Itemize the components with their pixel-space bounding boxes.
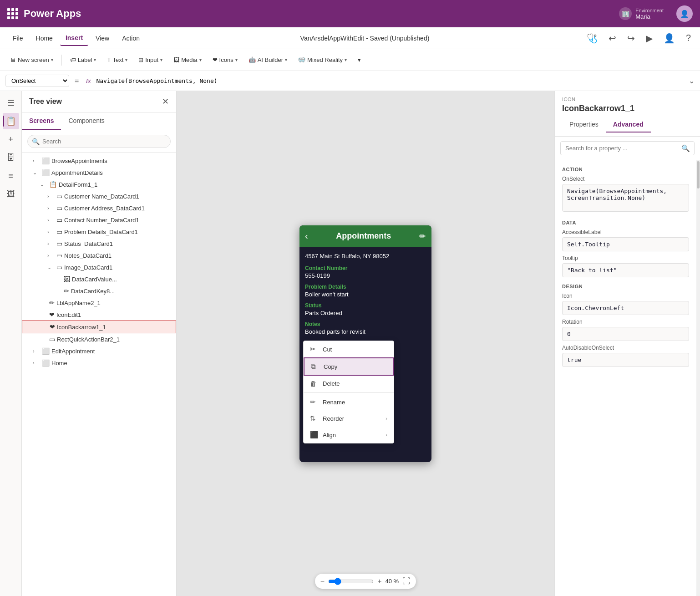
tree-item-browse[interactable]: › ⬜ BrowseAppointments (22, 155, 176, 167)
fullscreen-button[interactable]: ⛶ (402, 576, 411, 586)
tree-item-label: BrowseAppointments (51, 158, 107, 164)
tab-screens[interactable]: Screens (22, 112, 61, 130)
tab-components[interactable]: Components (61, 112, 112, 130)
ctx-delete[interactable]: 🗑 Delete (304, 376, 394, 392)
tree-item-iconbackarrow[interactable]: › ❤ IconBackarrow1_1 (22, 321, 176, 333)
mixed-reality-button[interactable]: 🥽 Mixed Reality ▾ (294, 54, 351, 66)
tree-item-image-card[interactable]: ⌄ ▭ Image_DataCard1 (22, 261, 176, 273)
undo-icon[interactable]: ↩ (607, 31, 618, 46)
scrollbar-thumb (697, 161, 700, 188)
search-input[interactable] (27, 135, 171, 148)
prop-label-accessible: AccessibleLabel (562, 229, 689, 235)
tree-item-label: IconBackarrow1_1 (57, 324, 106, 331)
tree-tabs: Screens Components (22, 112, 176, 130)
app-title: Power Apps (24, 8, 81, 20)
sidebar-data[interactable]: 🗄 (3, 149, 19, 166)
menu-action[interactable]: Action (117, 31, 145, 46)
icons-label: Icons (219, 56, 233, 63)
label-button[interactable]: 🏷 Label ▾ (66, 54, 101, 66)
icons-button[interactable]: ❤ Icons ▾ (208, 54, 242, 66)
health-icon[interactable]: 🩺 (584, 31, 599, 46)
prop-input-accessible[interactable] (562, 237, 689, 251)
ai-builder-button[interactable]: 🤖 AI Builder ▾ (244, 54, 292, 66)
text-label: Text (112, 56, 123, 63)
tree-close-button[interactable]: ✕ (162, 97, 169, 107)
more-icon: ▾ (358, 56, 361, 63)
tree-item-customer-name[interactable]: › ▭ Customer Name_DataCard1 (22, 190, 176, 202)
waffle-icon[interactable] (7, 8, 18, 19)
formula-input[interactable] (96, 77, 685, 84)
sidebar-treeview[interactable]: 📋 (3, 113, 19, 129)
tree-item-customer-address[interactable]: › ▭ Customer Address_DataCard1 (22, 202, 176, 214)
menu-insert[interactable]: Insert (60, 31, 88, 46)
text-chevron: ▾ (125, 57, 127, 62)
new-screen-chevron: ▾ (51, 57, 53, 62)
prop-input-icon[interactable] (562, 301, 689, 315)
sidebar-variables[interactable]: ≡ (3, 168, 19, 184)
tab-properties[interactable]: Properties (562, 117, 606, 132)
ctx-align[interactable]: ⬛ Align › (304, 427, 394, 443)
tree-item-lblappname[interactable]: › ✏ LblAppName2_1 (22, 297, 176, 309)
canvas-edit-button[interactable]: ✏ (419, 231, 426, 241)
input-button[interactable]: ⊟ Input ▾ (134, 54, 167, 66)
tree-item-editappt[interactable]: › ⬜ EditAppointment (22, 345, 176, 357)
canvas-back-button[interactable]: ‹ (305, 231, 308, 241)
right-panel-content: ACTION OnSelect Navigate(BrowseAppointme… (555, 160, 696, 374)
tree-item-label: DataCardKey8... (71, 288, 115, 295)
zoom-out-button[interactable]: − (320, 577, 325, 586)
tree-item-home[interactable]: › ⬜ Home (22, 357, 176, 369)
right-panel-header: ICON IconBackarrow1_1 Properties Advance… (555, 91, 700, 137)
zoom-slider[interactable] (328, 578, 374, 585)
right-scrollbar[interactable] (696, 160, 700, 596)
chevron-icon: › (47, 253, 55, 258)
tree-item-datacardvalue[interactable]: › 🖼 DataCardValue... (22, 273, 176, 285)
canvas-area: ✂ Cut ⧉ Copy 🗑 Delete ✏ Rename ⇅ Reorder… (177, 91, 554, 596)
tab-advanced[interactable]: Advanced (606, 117, 651, 132)
tree-item-apptdetails[interactable]: ⌄ ⬜ AppointmentDetails (22, 167, 176, 178)
tree-item-contact[interactable]: › ▭ Contact Number_DataCard1 (22, 214, 176, 226)
sidebar-hamburger[interactable]: ☰ (3, 95, 19, 111)
user-icon[interactable]: 👤 (662, 31, 677, 46)
prop-section-action: ACTION OnSelect Navigate(BrowseAppointme… (562, 167, 689, 214)
text-icon: T (107, 56, 111, 63)
media-button[interactable]: 🖼 Media ▾ (169, 54, 206, 66)
prop-input-tooltip[interactable] (562, 263, 689, 277)
help-icon[interactable]: ? (684, 31, 693, 45)
ctx-delete-label: Delete (323, 380, 340, 387)
card-icon: ▭ (56, 193, 62, 200)
play-icon[interactable]: ▶ (644, 31, 654, 46)
formula-expand-icon[interactable]: ⌄ (689, 76, 695, 85)
sidebar-add[interactable]: + (3, 131, 19, 148)
ctx-cut[interactable]: ✂ Cut (304, 341, 394, 357)
tree-item-label: Contact Number_DataCard1 (64, 217, 139, 224)
sidebar-media[interactable]: 🖼 (3, 186, 19, 202)
menu-file[interactable]: File (7, 31, 29, 46)
property-search-input[interactable] (560, 141, 695, 155)
ctx-copy[interactable]: ⧉ Copy (304, 357, 394, 376)
tree-item-notes[interactable]: › ▭ Notes_DataCard1 (22, 250, 176, 261)
fx-label[interactable]: fx (84, 77, 92, 84)
redo-icon[interactable]: ↪ (625, 31, 637, 46)
ctx-reorder[interactable]: ⇅ Reorder › (304, 410, 394, 427)
property-selector[interactable]: OnSelect (5, 75, 69, 87)
tree-item-detailform[interactable]: ⌄ 📋 DetailForm1_1 (22, 178, 176, 190)
tree-item-problem[interactable]: › ▭ Problem Details_DataCard1 (22, 226, 176, 238)
text-button[interactable]: T Text ▾ (102, 54, 132, 66)
menu-home[interactable]: Home (30, 31, 58, 46)
tree-panel: Tree view ✕ Screens Components 🔍 › ⬜ Bro… (22, 91, 177, 596)
zoom-in-button[interactable]: + (377, 577, 381, 586)
tree-item-iconedit[interactable]: › ❤ IconEdit1 (22, 309, 176, 321)
more-button[interactable]: ▾ (353, 54, 365, 66)
tree-item-rectquick[interactable]: › ▭ RectQuickActionBar2_1 (22, 333, 176, 345)
user-avatar[interactable]: 👤 (676, 5, 693, 22)
ctx-rename[interactable]: ✏ Rename (304, 394, 394, 410)
prop-input-autodisable[interactable] (562, 353, 689, 367)
tree-item-status[interactable]: › ▭ Status_DataCard1 (22, 238, 176, 250)
copy-icon: ⧉ (311, 362, 319, 371)
prop-input-onselect[interactable]: Navigate(BrowseAppointments, ScreenTrans… (562, 184, 689, 212)
menu-view[interactable]: View (90, 31, 115, 46)
form-icon: 📋 (49, 181, 57, 188)
prop-input-rotation[interactable] (562, 327, 689, 341)
tree-item-datacardkey[interactable]: › ✏ DataCardKey8... (22, 285, 176, 297)
new-screen-button[interactable]: 🖥 New screen ▾ (5, 54, 58, 66)
